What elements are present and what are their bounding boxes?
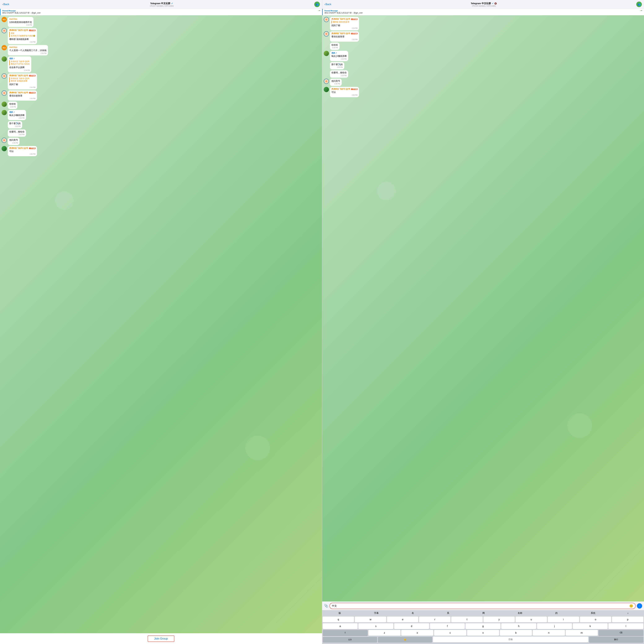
message-text: 那个要✈️的 xyxy=(331,63,343,66)
key-e[interactable]: e xyxy=(387,617,418,622)
emoji-button[interactable]: 🙂 xyxy=(629,604,633,608)
key-l[interactable]: l xyxy=(608,623,643,629)
key-j[interactable]: j xyxy=(537,623,572,629)
key-shift[interactable]: ⇧ xyxy=(323,630,368,636)
avatar: KA xyxy=(2,45,7,50)
key-a[interactable]: a xyxy=(323,623,358,629)
message-text: 他问美号 xyxy=(331,80,340,83)
join-group-button[interactable]: Join Group xyxy=(148,635,174,642)
message-text: 看你比较靠谱 xyxy=(331,35,358,38)
table-row: 胖虎科技 飞机号 QQ号 一手号商 哪种群 装B佬很多啊 找到了都 2:34 P… xyxy=(324,17,643,30)
key-z[interactable]: z xyxy=(368,630,400,636)
message-time: 2:33 PM xyxy=(9,41,35,43)
avatar xyxy=(2,110,7,115)
message-text: 120G我觉得你都用不完 xyxy=(9,21,32,24)
key-b[interactable]: b xyxy=(500,630,532,636)
key-n[interactable]: n xyxy=(533,630,565,636)
key-d[interactable]: d xyxy=(394,623,429,629)
table-row: 老妖 ✓ 钱太少懒得弄啊 2:35 PM xyxy=(324,51,643,61)
right-group-avatar[interactable]: 👥 xyxy=(636,2,642,7)
key-s[interactable]: s xyxy=(358,623,393,629)
suggestion-item[interactable]: 网 xyxy=(481,611,486,615)
suggestion-item[interactable]: 的 xyxy=(554,611,559,615)
key-i[interactable]: i xyxy=(548,617,579,622)
message-time: 2:34 PM xyxy=(9,69,30,72)
message-text: 可以 xyxy=(331,91,358,94)
left-pinned-bar[interactable]: ⇌ Pinned Message 想玩 ChatGPT 机器人的去这个群：@gp… xyxy=(0,9,322,15)
message-text: 钱太少懒得弄啊 xyxy=(331,55,347,58)
message-time: 2:34 PM xyxy=(331,27,358,29)
suggestion-item[interactable]: 系统 xyxy=(590,611,597,615)
key-q[interactable]: q xyxy=(323,617,354,622)
key-g[interactable]: g xyxy=(466,623,500,629)
right-header-right: 👥 xyxy=(636,2,642,7)
message-bubble: 你要吗，推给你 2:35 PM xyxy=(8,129,26,137)
key-h[interactable]: h xyxy=(501,623,536,629)
table-row: 你要吗，推给你 2:35 PM xyxy=(2,129,320,137)
send-button[interactable]: ↑ xyxy=(637,603,642,609)
suggestion-item[interactable]: 系 xyxy=(446,611,450,615)
key-u[interactable]: u xyxy=(516,617,547,622)
key-w[interactable]: w xyxy=(355,617,386,622)
key-space[interactable]: 空格 xyxy=(433,637,588,642)
message-text: 哪种群 装B佬很多啊 xyxy=(9,38,35,41)
key-y[interactable]: y xyxy=(483,617,515,622)
key-o[interactable]: o xyxy=(580,617,611,622)
message-sender: Asd Kiss xyxy=(9,18,32,20)
suggestion-item[interactable]: 名 xyxy=(410,611,415,615)
message-bubble: 老妖 ✓ 胖虎科技 飞机号 QQ号我挑沙子还可以 哈哈哈 你业务不认真啊 2:3… xyxy=(8,56,31,72)
key-backspace[interactable]: ⌫ xyxy=(598,630,643,636)
message-time: 2:35 PM xyxy=(9,117,24,119)
message-time: 2:35 PM xyxy=(331,66,343,68)
left-group-avatar[interactable]: 👥 xyxy=(314,2,320,7)
suggestion-item[interactable]: 字幕 xyxy=(373,611,380,615)
message-text: 哈哈哈 xyxy=(331,44,338,47)
left-back-label: Back xyxy=(3,3,9,6)
key-v[interactable]: v xyxy=(467,630,499,636)
left-pinned-label: Pinned Message xyxy=(2,10,320,12)
table-row: 胖虎科技 飞机号 QQ号 一手号商 看你比较靠谱 2:35 PM xyxy=(324,31,643,41)
message-sender: 老妖 ✓ xyxy=(9,57,30,60)
key-k[interactable]: k xyxy=(573,623,608,629)
suggestion-item[interactable]: 名称 xyxy=(516,611,524,615)
attach-button[interactable]: 📎 xyxy=(324,604,328,608)
message-bubble: 胖虎科技 飞机号 QQ号 一手号商 看你比较靠谱 2:35 PM xyxy=(330,31,359,41)
send-icon: ↑ xyxy=(639,605,640,607)
key-emoji[interactable]: 😊 xyxy=(378,637,432,642)
message-sender: Asd Kiss xyxy=(9,46,46,49)
table-row: 哈哈哈 2:35 PM xyxy=(324,43,643,50)
message-sender: 胖虎科技 飞机号 QQ号 一手号商 xyxy=(331,18,358,20)
left-header: ‹ Back Telegram 中文社群 ✓ 178,217 members, … xyxy=(0,0,322,9)
key-f[interactable]: f xyxy=(430,623,465,629)
message-text: 找到了都 xyxy=(331,24,358,27)
key-r[interactable]: r xyxy=(419,617,450,622)
message-text: 看你比较靠谱 xyxy=(9,94,35,97)
suggestion-chevron-icon[interactable]: ∨ xyxy=(627,612,629,614)
key-m[interactable]: m xyxy=(566,630,598,636)
right-back-button[interactable]: ‹ Back xyxy=(324,3,331,6)
message-time: 2:36 PM xyxy=(331,94,358,96)
keyboard-row-2: a s d f g h j k l xyxy=(322,622,644,629)
right-header: ‹ Back Telegram 中文社群 ✓ 🔇 178,218 members… xyxy=(322,0,644,9)
key-c[interactable]: c xyxy=(434,630,466,636)
key-return[interactable]: 换行 xyxy=(589,637,643,642)
key-t[interactable]: t xyxy=(451,617,483,622)
table-row: 那个要✈️的 2:35 PM xyxy=(324,62,643,70)
message-time: 2:35 PM xyxy=(9,125,21,128)
message-sender: 胖虎科技 飞机号 QQ号 一手号商 xyxy=(331,32,358,35)
message-input-text[interactable]: 中文 xyxy=(332,604,629,608)
right-pinned-text: 想玩 ChatGPT 机器人的去这个群：@gpt_user xyxy=(324,12,642,14)
key-x[interactable]: x xyxy=(401,630,433,636)
table-row: 老妖 ✓ 钱太少懒得弄啊 2:35 PM xyxy=(2,110,320,120)
join-group-bar: Join Group xyxy=(0,633,322,644)
key-123[interactable]: 123 xyxy=(323,637,377,642)
suggestion-item[interactable]: 版 xyxy=(337,611,342,615)
right-pinned-bar[interactable]: ⇌ Pinned Message 想玩 ChatGPT 机器人的去这个群：@gp… xyxy=(322,9,644,15)
left-subtitle: 178,217 members, 4,072 online xyxy=(10,5,313,7)
left-back-button[interactable]: ‹ Back xyxy=(2,3,9,6)
message-bubble: 胖虎科技 飞机号 QQ号 一手号商 哪种群 装B佬很多啊 找到了都 2:34 P… xyxy=(330,17,359,30)
right-back-label: Back xyxy=(325,3,331,6)
key-p[interactable]: p xyxy=(612,617,643,622)
left-panel: ‹ Back Telegram 中文社群 ✓ 178,217 members, … xyxy=(0,0,322,644)
left-header-right: 👥 xyxy=(314,2,320,7)
